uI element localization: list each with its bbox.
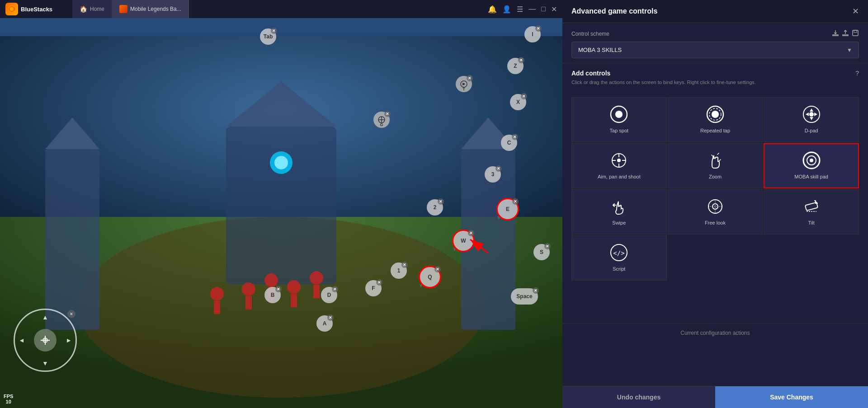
q-mouse-icon: 🖱 <box>419 284 423 288</box>
key-a[interactable]: ✕ A <box>316 315 333 332</box>
close-g-btn[interactable]: ✕ <box>384 111 391 117</box>
close-c-btn[interactable]: ✕ <box>512 134 518 140</box>
control-moba-skill-pad[interactable]: MOBA skill pad <box>764 143 859 188</box>
save-changes-button[interactable]: Save Changes <box>715 386 868 408</box>
svg-point-36 <box>615 111 623 118</box>
control-swipe[interactable]: Swipe <box>571 189 667 234</box>
key-space[interactable]: ✕ Space <box>511 288 538 305</box>
svg-point-8 <box>274 156 288 169</box>
close-tab-btn[interactable]: ✕ <box>271 28 277 34</box>
window-controls: 🔔 👤 ☰ — □ ✕ <box>488 5 562 14</box>
dpad-up: ▲ <box>42 314 48 321</box>
key-2[interactable]: ✕ 2 <box>427 199 443 216</box>
close-z-btn[interactable]: ✕ <box>518 57 524 63</box>
close-space-btn[interactable]: ✕ <box>533 287 539 294</box>
close-d-btn[interactable]: ✕ <box>332 286 338 292</box>
close-3-btn[interactable]: ✕ <box>495 165 502 172</box>
control-free-look[interactable]: Free look <box>668 189 763 234</box>
dpad-left: ◄ <box>19 337 25 344</box>
control-tilt[interactable]: Tilt <box>764 189 859 234</box>
dpad-close[interactable]: ✕ <box>67 310 75 318</box>
control-zoom[interactable]: Zoom <box>668 143 763 188</box>
scheme-save-icon[interactable] <box>852 29 859 38</box>
svg-point-15 <box>264 273 278 287</box>
c-key-label: C <box>507 140 511 146</box>
key-e[interactable]: ✕ E 🖱 <box>496 198 519 220</box>
i-key-label: I <box>532 31 533 38</box>
t-key-sublabel: T <box>462 87 465 91</box>
scheme-import-icon[interactable] <box>832 29 839 38</box>
close-b-btn[interactable]: ✕ <box>275 286 282 292</box>
close-x-btn[interactable]: ✕ <box>521 93 527 99</box>
add-controls-desc: Click or drag the actions on the screen … <box>571 79 859 86</box>
1-key-label: 1 <box>397 267 401 274</box>
close-w-btn[interactable]: ✕ <box>468 230 474 236</box>
scheme-action-icons <box>832 29 859 38</box>
key-w[interactable]: ✕ W 🖱 <box>452 230 475 252</box>
tap-spot-icon <box>609 105 628 124</box>
close-e-btn[interactable]: ✕ <box>512 198 519 205</box>
key-i[interactable]: ✕ I <box>524 26 541 42</box>
close-q-btn[interactable]: ✕ <box>434 266 441 272</box>
minimize-icon[interactable]: — <box>528 5 536 13</box>
key-z[interactable]: ✕ Z <box>507 58 524 74</box>
fps-counter: FPS 10 <box>4 394 13 404</box>
maximize-icon[interactable]: □ <box>541 5 546 13</box>
control-scheme-label: Control scheme <box>571 29 859 38</box>
2-key-label: 2 <box>434 204 437 211</box>
control-repeated-tap[interactable]: Repeated tap <box>668 97 763 142</box>
key-t[interactable]: ✕ T <box>456 76 472 92</box>
controls-grid: Tap spot Repeated tap <box>562 97 868 281</box>
control-aim-pan-shoot[interactable]: Aim, pan and shoot <box>571 143 667 188</box>
menu-icon[interactable]: ☰ <box>517 5 523 14</box>
s-key-label: S <box>540 249 543 255</box>
close-a-btn[interactable]: ✕ <box>327 314 334 321</box>
key-c[interactable]: ✕ C <box>501 135 517 151</box>
key-q[interactable]: ✕ Q 🖱 <box>419 266 441 288</box>
notification-icon[interactable]: 🔔 <box>488 5 497 14</box>
tab-game[interactable]: Mobile Legends Ba... <box>112 0 189 18</box>
scheme-dropdown[interactable]: MOBA 3 SKILLS ▼ <box>571 42 859 58</box>
close-i-btn[interactable]: ✕ <box>535 25 542 32</box>
svg-rect-22 <box>214 300 220 314</box>
repeated-tap-icon <box>706 105 725 124</box>
tilt-icon <box>802 197 821 216</box>
key-s[interactable]: ✕ S <box>533 244 550 260</box>
dpad-down: ▼ <box>42 360 48 367</box>
close-s-btn[interactable]: ✕ <box>544 243 551 249</box>
control-script[interactable]: </> Script <box>571 235 667 281</box>
dpad-joystick[interactable]: ✕ ▲ ▼ ◄ ► <box>14 309 77 372</box>
moba-icon <box>802 151 821 170</box>
key-b[interactable]: ✕ B <box>264 287 281 303</box>
undo-changes-button[interactable]: Undo changes <box>562 386 715 408</box>
svg-marker-43 <box>806 113 809 116</box>
panel-close-button[interactable]: ✕ <box>852 6 859 16</box>
svg-text:</>: </> <box>613 249 625 257</box>
key-1[interactable]: ✕ 1 <box>391 263 407 279</box>
close-f-btn[interactable]: ✕ <box>376 279 382 286</box>
control-tap-spot[interactable]: Tap spot <box>571 97 667 142</box>
key-f[interactable]: ✕ F <box>365 280 382 296</box>
title-bar: BlueStacks 🏠 Home Mobile Legends Ba... 🔔… <box>0 0 562 18</box>
add-controls-header: Add controls ? <box>571 70 859 77</box>
key-x[interactable]: ✕ X <box>510 94 526 110</box>
space-key-label: Space <box>516 293 532 300</box>
scheme-export-icon[interactable] <box>842 29 849 38</box>
help-icon[interactable]: ? <box>855 70 859 77</box>
svg-point-13 <box>242 282 255 296</box>
close-2-btn[interactable]: ✕ <box>438 198 444 205</box>
tab-home[interactable]: 🏠 Home <box>72 0 112 18</box>
close-t-btn[interactable]: ✕ <box>467 75 473 81</box>
close-icon[interactable]: ✕ <box>551 5 557 14</box>
a-key-label: A <box>323 320 327 327</box>
key-3[interactable]: ✕ 3 <box>485 166 501 183</box>
control-dpad[interactable]: D-pad <box>764 97 859 142</box>
close-1-btn[interactable]: ✕ <box>401 262 408 268</box>
key-tab[interactable]: ✕ Tab <box>260 28 276 45</box>
free-look-label: Free look <box>705 220 726 226</box>
account-icon[interactable]: 👤 <box>502 5 511 14</box>
key-g[interactable]: ✕ G <box>373 112 390 128</box>
key-d[interactable]: ✕ D <box>321 287 337 303</box>
fps-value: 10 <box>6 399 11 404</box>
game-tab-icon <box>119 5 127 13</box>
